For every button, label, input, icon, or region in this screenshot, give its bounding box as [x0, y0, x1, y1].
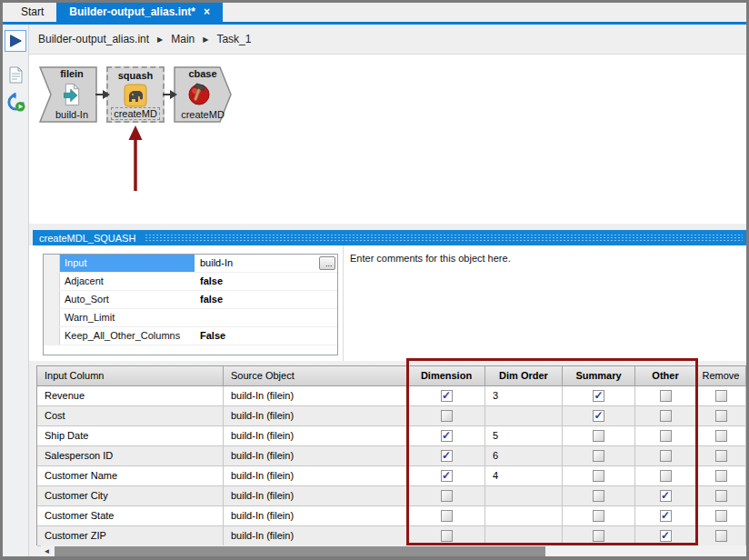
- breadcrumb: Builder-output_alias.int▶Main▶Task_1: [29, 25, 746, 55]
- checkbox-summary[interactable]: ✓: [593, 410, 604, 422]
- tab-start[interactable]: Start: [8, 3, 56, 22]
- column-header-input-column[interactable]: Input Column: [37, 366, 224, 386]
- checkbox-summary[interactable]: [593, 530, 604, 542]
- property-value[interactable]: [195, 309, 337, 326]
- checkbox-dimension[interactable]: ✓: [441, 390, 453, 402]
- cell-input-column[interactable]: Cost: [37, 406, 224, 426]
- table-body: Revenuebuild-In (filein)✓3✓Costbuild-In …: [37, 386, 746, 546]
- checkbox-dimension[interactable]: [441, 410, 453, 422]
- node-cbase[interactable]: cbase createMD: [174, 66, 232, 123]
- property-value[interactable]: false: [195, 291, 337, 308]
- checkbox-dimension[interactable]: ✓: [441, 450, 453, 462]
- checkbox-dimension[interactable]: [441, 530, 453, 542]
- checkbox-remove[interactable]: [715, 410, 727, 422]
- cell-dim-order[interactable]: [485, 526, 563, 546]
- cell-input-column[interactable]: Customer State: [37, 506, 224, 526]
- horizontal-scrollbar[interactable]: ◄: [41, 545, 746, 557]
- flow-canvas[interactable]: filein build-In squash createMD: [29, 55, 746, 224]
- scrollbar-thumb[interactable]: [55, 546, 545, 556]
- cell-dim-order[interactable]: [485, 486, 563, 506]
- cell-source-object[interactable]: build-In (filein): [224, 446, 408, 466]
- scroll-left-icon[interactable]: ◄: [41, 545, 53, 557]
- comment-area[interactable]: Enter comments for this object here.: [350, 253, 739, 264]
- checkbox-summary[interactable]: [593, 490, 604, 502]
- document-icon: [8, 66, 24, 84]
- checkbox-remove[interactable]: [715, 530, 727, 542]
- property-value[interactable]: False: [195, 327, 337, 345]
- cell-input-column[interactable]: Customer Name: [37, 466, 224, 486]
- checkbox-remove[interactable]: [715, 470, 727, 482]
- checkbox-other[interactable]: [660, 410, 672, 422]
- checkbox-remove[interactable]: [715, 510, 727, 522]
- checkbox-remove[interactable]: [715, 490, 727, 502]
- table-row: Ship Datebuild-In (filein)✓5: [37, 426, 746, 446]
- column-header-remove[interactable]: Remove: [696, 366, 746, 386]
- property-row[interactable]: Keep_All_Other_ColumnsFalse: [44, 327, 337, 345]
- breadcrumb-item[interactable]: Task_1: [216, 33, 251, 45]
- column-header-dim-order[interactable]: Dim Order: [485, 366, 563, 386]
- cell-source-object[interactable]: build-In (filein): [224, 526, 408, 546]
- refresh-run-button[interactable]: [5, 92, 25, 112]
- breadcrumb-item[interactable]: Main: [171, 33, 195, 45]
- breadcrumb-item[interactable]: Builder-output_alias.int: [38, 33, 149, 45]
- node-filein[interactable]: filein build-In: [39, 66, 97, 123]
- property-row[interactable]: Warn_Limit: [44, 309, 337, 327]
- cell-dim-order[interactable]: 6: [485, 446, 563, 466]
- column-header-summary[interactable]: Summary: [563, 366, 635, 386]
- checkbox-other[interactable]: [660, 450, 672, 462]
- checkbox-summary[interactable]: [593, 510, 604, 522]
- run-flow-button[interactable]: [5, 30, 26, 52]
- checkbox-other[interactable]: ✓: [660, 510, 672, 522]
- cell-input-column[interactable]: Revenue: [37, 386, 224, 406]
- checkbox-other[interactable]: ✓: [660, 490, 672, 502]
- checkbox-summary[interactable]: [593, 450, 604, 462]
- tab-builder-output-alias[interactable]: Builder-output_alias.int* ×: [56, 3, 223, 22]
- checkbox-dimension[interactable]: ✓: [441, 470, 453, 482]
- cell-input-column[interactable]: Salesperson ID: [37, 446, 224, 466]
- checkbox-other[interactable]: [660, 390, 672, 402]
- property-value[interactable]: false: [195, 273, 337, 290]
- property-row-gutter: [44, 309, 60, 326]
- cell-source-object[interactable]: build-In (filein): [224, 466, 408, 486]
- column-header-dimension[interactable]: Dimension: [408, 366, 485, 386]
- checkbox-remove[interactable]: [715, 390, 727, 402]
- tab-close-icon[interactable]: ×: [204, 3, 210, 22]
- property-row[interactable]: Auto_Sortfalse: [44, 291, 337, 309]
- checkbox-dimension[interactable]: [441, 490, 453, 502]
- checkbox-dimension[interactable]: [441, 510, 453, 522]
- checkbox-dimension[interactable]: ✓: [441, 430, 453, 442]
- checkbox-other[interactable]: [660, 430, 672, 442]
- property-row[interactable]: Inputbuild-In...: [44, 255, 337, 273]
- checkbox-other[interactable]: ✓: [660, 530, 672, 542]
- checkbox-summary-cell: ✓: [563, 386, 635, 406]
- checkbox-remove-cell: [696, 386, 746, 406]
- cell-dim-order[interactable]: 4: [485, 466, 563, 486]
- checkbox-other[interactable]: [660, 470, 672, 482]
- checkbox-summary[interactable]: ✓: [593, 390, 604, 402]
- checkbox-other-cell: ✓: [635, 526, 696, 546]
- checkbox-summary[interactable]: [593, 470, 604, 482]
- column-header-other[interactable]: Other: [635, 366, 696, 386]
- cell-source-object[interactable]: build-In (filein): [224, 506, 408, 526]
- checkbox-remove[interactable]: [715, 430, 727, 442]
- property-row[interactable]: Adjacentfalse: [44, 273, 337, 291]
- column-header-source-object[interactable]: Source Object: [224, 366, 408, 386]
- checkbox-summary[interactable]: [593, 430, 604, 442]
- document-button[interactable]: [5, 65, 25, 85]
- cell-input-column[interactable]: Customer City: [37, 486, 224, 506]
- cell-source-object[interactable]: build-In (filein): [224, 486, 408, 506]
- cell-dim-order[interactable]: 3: [485, 386, 563, 406]
- cell-dim-order[interactable]: [485, 406, 563, 426]
- node-squash-selected[interactable]: squash createMD: [106, 66, 165, 123]
- ellipsis-button[interactable]: ...: [319, 256, 335, 270]
- cell-dim-order[interactable]: 5: [485, 426, 563, 446]
- cell-source-object[interactable]: build-In (filein): [224, 426, 408, 446]
- cell-dim-order[interactable]: [485, 506, 563, 526]
- property-value[interactable]: build-In: [195, 255, 319, 272]
- cell-input-column[interactable]: Ship Date: [37, 426, 224, 446]
- cell-source-object[interactable]: build-In (filein): [224, 406, 408, 426]
- checkbox-remove[interactable]: [715, 450, 727, 462]
- cell-input-column[interactable]: Customer ZIP: [37, 526, 224, 546]
- cell-source-object[interactable]: build-In (filein): [224, 386, 408, 406]
- checkbox-remove-cell: [696, 446, 746, 466]
